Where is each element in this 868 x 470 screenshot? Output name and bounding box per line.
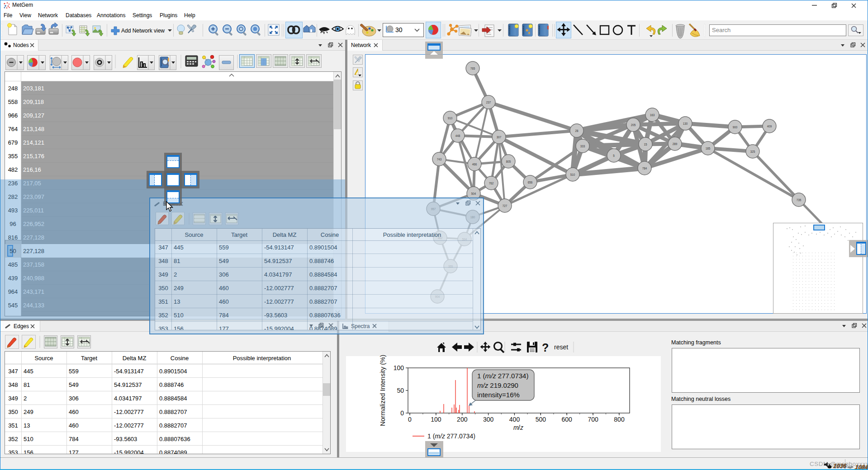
svg-text:163: 163 [650,113,655,117]
svg-text:800: 800 [614,416,625,423]
svg-text:784: 784 [642,167,647,170]
svg-text:Add Network view: Add Network view [121,28,165,34]
svg-text:205: 205 [631,123,636,127]
svg-text:Search: Search [712,27,730,33]
svg-text:333: 333 [580,145,585,148]
svg-text:448: 448 [455,134,460,137]
svg-text:466: 466 [472,163,477,166]
svg-text:15: 15 [644,143,647,146]
svg-text:400: 400 [509,416,520,423]
svg-text:237: 237 [486,101,491,104]
svg-text:910: 910 [448,117,453,120]
svg-text:700: 700 [588,416,598,423]
svg-text:0: 0 [400,409,404,417]
svg-text:727: 727 [503,204,508,207]
svg-text:5: 5 [613,154,615,157]
svg-text:50: 50 [397,387,404,394]
svg-text:510: 510 [570,173,575,176]
svg-text:Spectra: Spectra [351,323,370,329]
svg-text:1 (m/z 277.0734): 1 (m/z 277.0734) [477,372,528,380]
svg-text:300: 300 [483,416,494,423]
svg-text:100: 100 [431,416,441,423]
svg-text:600: 600 [562,416,573,423]
svg-text:307: 307 [497,136,502,139]
svg-text:185: 185 [706,147,711,150]
svg-text:656: 656 [528,181,533,184]
svg-text:1 (m/z 277.0734): 1 (m/z 277.0734) [427,432,475,440]
svg-text:Normalized Intensity (%): Normalized Intensity (%) [379,355,386,426]
svg-text:130: 130 [683,122,688,125]
svg-text:100: 100 [394,364,404,371]
svg-text:0: 0 [408,416,412,423]
svg-text:z: z [520,424,523,431]
svg-text:reset: reset [554,343,568,351]
svg-text:intensity=16%: intensity=16% [477,391,520,399]
svg-text:762: 762 [489,182,494,185]
svg-text:409: 409 [767,125,772,128]
svg-text:28: 28 [575,129,579,132]
svg-text:325: 325 [750,150,755,153]
svg-text:735: 735 [797,198,802,202]
svg-text:500: 500 [536,416,546,423]
svg-text:30: 30 [395,26,403,33]
svg-text:m/z 219.0290: m/z 219.0290 [477,381,518,389]
svg-text:743: 743 [437,158,442,161]
svg-text:?: ? [542,341,549,354]
svg-text:900: 900 [733,126,738,129]
svg-text:504: 504 [471,192,476,195]
svg-text:805: 805 [506,160,511,163]
svg-text:765: 765 [470,67,475,70]
svg-text:200: 200 [457,416,468,423]
svg-text:289: 289 [673,142,678,146]
